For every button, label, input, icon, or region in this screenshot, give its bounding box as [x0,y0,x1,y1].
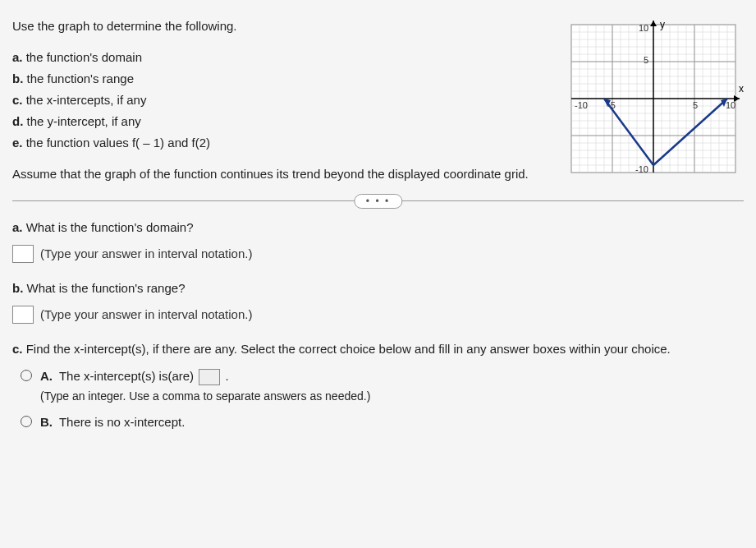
tick-pos5: 5 [693,100,698,110]
subpart-a-text: the function's domain [26,50,142,64]
subpart-d-text: the y-intercept, if any [27,114,141,128]
tick-pos10: 10 [726,100,735,110]
subparts-list: a. the function's domain b. the function… [12,48,547,153]
choice-b-row: B. There is no x-intercept. [21,413,744,432]
qa-label: a. [12,220,23,234]
subpart-a-label: a. [12,50,23,64]
choice-a-letter: A. [40,369,53,383]
subpart-e: e. the function values f( – 1) and f(2) [12,133,547,153]
question-c-text: c. Find the x-intercept(s), if there are… [12,339,744,359]
choice-a-input[interactable] [199,369,220,385]
subpart-d: d. the y-intercept, if any [12,112,547,131]
qb-question: What is the function's range? [27,281,186,295]
section-divider: • • • [12,200,744,201]
subpart-b: b. the function's range [12,69,547,89]
subpart-b-text: the function's range [27,71,134,85]
top-section: Use the graph to determine the following… [12,16,744,184]
choice-a-hint: (Type an integer. Use a comma to separat… [40,388,370,405]
question-a-text: a. What is the function's domain? [12,218,744,237]
question-a: a. What is the function's domain? (Type … [12,218,744,264]
tick-neg10: -10 [575,100,588,110]
subpart-d-label: d. [12,114,23,128]
assumption-text: Assume that the graph of the function co… [12,164,547,184]
question-c: c. Find the x-intercept(s), if there are… [12,339,744,431]
qa-hint: (Type your answer in interval notation.) [40,244,252,264]
ytick-pos10: 10 [639,23,648,33]
subpart-a: a. the function's domain [12,48,547,67]
question-b-text: b. What is the function's range? [12,279,744,298]
qa-input[interactable] [12,245,34,263]
subpart-e-text: the function values f( – 1) and f(2) [26,136,210,150]
qb-input[interactable] [12,306,34,324]
choice-a-content: A. The x-intercept(s) is(are) . (Type an… [40,367,370,405]
ytick-pos5: 5 [644,55,648,65]
qa-question: What is the function's domain? [26,220,194,234]
svg-marker-42 [650,21,657,26]
qb-answer-line: (Type your answer in interval notation.) [12,305,744,325]
x-axis-label: x [739,83,744,94]
qa-answer-line: (Type your answer in interval notation.) [12,244,744,264]
ytick-neg10: -10 [635,164,648,174]
ellipsis-pill[interactable]: • • • [354,194,402,209]
question-text-column: Use the graph to determine the following… [12,16,547,184]
choice-a-pre: The x-intercept(s) is(are) [59,369,197,383]
question-b: b. What is the function's range? (Type y… [12,279,744,325]
subpart-e-label: e. [12,136,23,150]
qc-label: c. [12,342,23,356]
subpart-c-text: the x-intercepts, if any [26,93,147,107]
choice-b-text: There is no x-intercept. [59,415,185,429]
choice-a-post: . [225,369,228,383]
y-axis-label: y [660,19,665,30]
graph-column: -10 -5 5 10 10 5 -10 y x [563,16,744,184]
qb-label: b. [12,281,23,295]
qb-hint: (Type your answer in interval notation.) [40,305,252,325]
choice-a-radio[interactable] [21,370,32,381]
choice-a-line1: A. The x-intercept(s) is(are) . [40,367,370,386]
function-graph: -10 -5 5 10 10 5 -10 y x [563,16,744,181]
choice-a-row: A. The x-intercept(s) is(are) . (Type an… [21,367,744,405]
subpart-c: c. the x-intercepts, if any [12,90,547,110]
choice-b-content: B. There is no x-intercept. [40,413,185,432]
subpart-c-label: c. [12,93,23,107]
subpart-b-label: b. [12,71,23,85]
choice-b-letter: B. [40,415,53,429]
choice-b-radio[interactable] [21,416,32,427]
qc-question: Find the x-intercept(s), if there are an… [26,342,671,356]
main-prompt: Use the graph to determine the following… [12,16,547,36]
